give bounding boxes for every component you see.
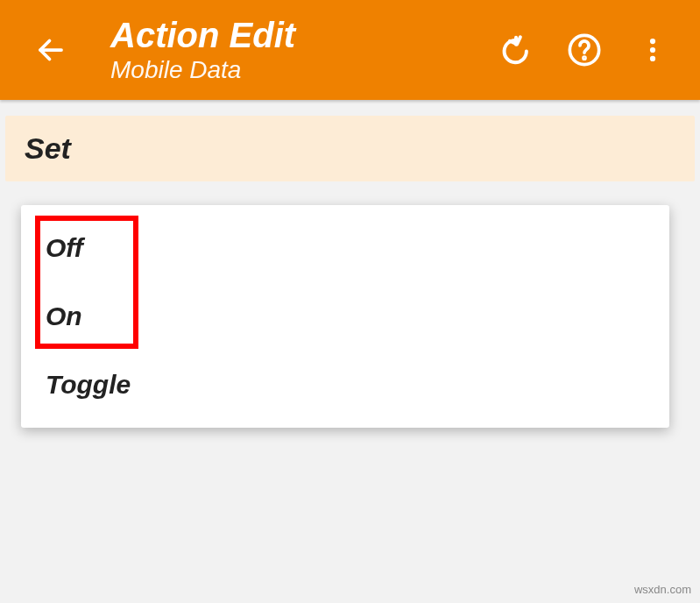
title-block: Action Edit Mobile Data bbox=[110, 16, 495, 84]
page-title: Action Edit bbox=[110, 16, 495, 54]
back-button[interactable] bbox=[26, 25, 75, 74]
dropdown-item-toggle[interactable]: Toggle bbox=[21, 351, 669, 419]
more-vert-icon bbox=[638, 35, 668, 65]
help-icon bbox=[567, 32, 602, 67]
undo-button[interactable] bbox=[495, 29, 537, 71]
undo-icon bbox=[499, 33, 533, 67]
dropdown-item-on[interactable]: On bbox=[21, 282, 669, 351]
content-area: Set bbox=[0, 100, 700, 181]
page-subtitle: Mobile Data bbox=[110, 56, 495, 84]
svg-point-3 bbox=[650, 39, 655, 44]
arrow-back-icon bbox=[35, 34, 67, 66]
more-button[interactable] bbox=[632, 29, 674, 71]
action-icons bbox=[495, 29, 682, 71]
section-header-set: Set bbox=[5, 116, 695, 181]
dropdown-menu: Off On Toggle bbox=[21, 205, 669, 428]
svg-point-5 bbox=[650, 56, 655, 61]
dropdown-item-off[interactable]: Off bbox=[21, 214, 669, 282]
svg-point-2 bbox=[583, 57, 585, 59]
app-bar: Action Edit Mobile Data bbox=[0, 0, 700, 100]
svg-point-4 bbox=[650, 47, 655, 53]
help-button[interactable] bbox=[563, 29, 605, 71]
watermark: wsxdn.com bbox=[634, 583, 691, 596]
